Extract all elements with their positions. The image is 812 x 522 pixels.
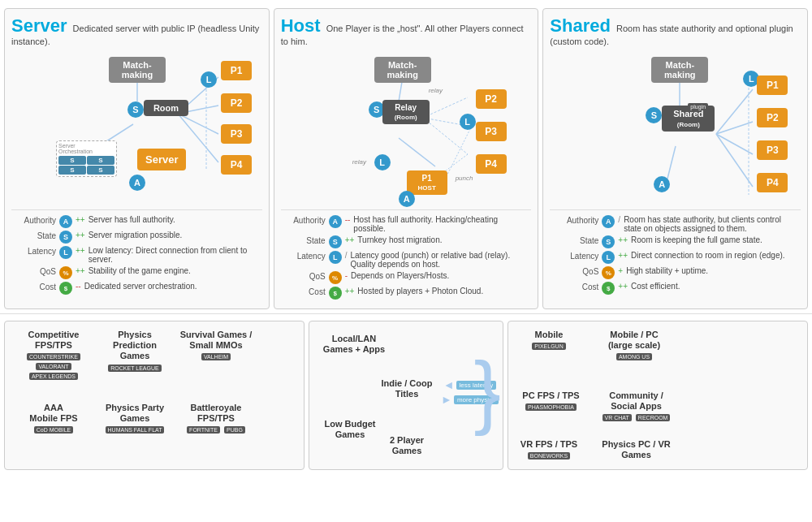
prop-text-qos: Stability of the game engine.	[89, 266, 262, 275]
physics-party-tags: HUMANS FALL FLAT	[98, 424, 171, 434]
shared-prop-latency: Latency L ++ Direct connection to room i…	[550, 251, 801, 264]
shared-label-latency: Latency	[550, 251, 598, 261]
tag-phasmophobia: PHASMOPHOBIA	[525, 403, 577, 411]
tag-counterstrike: COUNTERSTRIKE	[27, 353, 80, 360]
mobile-cat: Mobile PIXELGUN	[516, 330, 581, 350]
shared-matchmaking-node: Match-making	[651, 57, 708, 83]
host-text-state: Turnkey host migration.	[357, 235, 531, 244]
prop-text-authority: Server has full authority.	[89, 215, 262, 224]
relay-label-top: relay	[429, 87, 443, 94]
host-prop-authority: Authority A -- Host has full authority. …	[281, 215, 532, 233]
left-arrow-icon: ◄	[443, 378, 455, 391]
shared-badge-latency: L	[602, 251, 615, 264]
pc-fps-title: PC FPS / TPS	[516, 390, 585, 401]
host-badge-latency: L	[329, 251, 342, 264]
server-prop-cost: Cost $ -- Dedicated server orchestration…	[11, 282, 262, 295]
prop-rating-state: ++	[76, 231, 85, 239]
mobile-pc-large-title: Mobile / PC(large scale)	[598, 330, 671, 351]
server-p4: P4	[221, 155, 252, 175]
server-matchmaking-node: Match-making	[109, 57, 166, 83]
tag-amongus: AMONG US	[616, 353, 652, 360]
tag-humansfall: HUMANS FALL FLAT	[106, 426, 165, 434]
tag-fortnite: FORTNITE	[187, 426, 220, 434]
local-lan-cat: Local/LANGames + Apps	[317, 334, 391, 355]
tag-valorant: VALORANT	[36, 363, 71, 370]
community-social-title: Community /Social Apps	[598, 390, 675, 412]
host-badge-state: S	[329, 235, 342, 248]
host-label-state: State	[281, 235, 326, 245]
server-prop-latency: Latency L ++ Low latency: Direct connect…	[11, 246, 262, 264]
host-rating-state: ++	[345, 235, 355, 244]
punch-label: punch	[456, 175, 473, 182]
host-text-qos: Depends on Players/Hosts.	[351, 271, 531, 280]
low-budget-title: Low BudgetGames	[317, 419, 382, 440]
shared-text-cost: Cost efficient.	[631, 282, 801, 291]
orch-s3: S	[58, 166, 86, 175]
battleroyale-cat: BattleroyaleFPS/TPS FORTNITE PUBG	[179, 403, 253, 434]
prop-text-latency: Low latency: Direct connection from clie…	[89, 246, 262, 264]
bottom-center-col: Local/LANGames + Apps Indie / CoopTitles…	[309, 321, 503, 470]
host-p1-node: P1HOST	[407, 170, 447, 195]
aaa-mobile-cat: AAAMobile FPS CoD MOBILE	[17, 403, 90, 434]
host-l-badge-left: L	[374, 154, 391, 170]
server-p3: P3	[221, 124, 252, 144]
shared-rating-latency: ++	[618, 251, 628, 260]
prop-label-state: State	[11, 231, 56, 240]
tag-vrchat: VR CHAT	[603, 414, 632, 421]
svg-line-11	[399, 138, 435, 166]
competitive-fps-tags: COUNTERSTRIKE VALORANT APEX LEGENDS	[17, 351, 90, 380]
shared-badge-state: S	[602, 235, 615, 248]
shared-title: Shared	[550, 15, 611, 36]
orch-grid: S S S S	[58, 156, 114, 175]
host-rating-latency: /	[345, 251, 348, 260]
server-diagram: Match-making S Room L P1 P2 P3 P4 Server…	[11, 53, 262, 203]
shared-label-authority: Authority	[550, 215, 598, 225]
orch-s1: S	[58, 156, 86, 165]
physics-prediction-cat: Physics PredictionGames ROCKET LEAGUE	[98, 330, 171, 372]
aaa-mobile-tags: CoD MOBILE	[17, 424, 90, 434]
bottom-section: CompetitiveFPS/TPS COUNTERSTRIKE VALORAN…	[0, 314, 812, 477]
physics-party-title: Physics PartyGames	[98, 403, 171, 424]
relay-label-left: relay	[352, 158, 366, 166]
shared-text-authority: Room has state authority, but clients co…	[624, 215, 801, 233]
svg-line-19	[667, 146, 676, 179]
shared-prop-qos: QoS % + High stability + uptime.	[550, 266, 801, 279]
vr-fps-title: VR FPS / TPS	[516, 439, 581, 450]
shared-text-latency: Direct connection to room in region (edg…	[631, 251, 801, 260]
host-rating-authority: --	[345, 215, 351, 224]
competitive-fps-cat: CompetitiveFPS/TPS COUNTERSTRIKE VALORAN…	[17, 330, 90, 380]
host-p2: P2	[476, 89, 507, 109]
server-header: Server Dedicated server with public IP (…	[11, 15, 262, 46]
shared-p1: P1	[757, 75, 788, 95]
prop-badge-qos: %	[59, 266, 72, 279]
bottom-right-col: Mobile PIXELGUN PC FPS / TPS PHASMOPHOBI…	[508, 321, 808, 470]
prop-badge-latency: L	[59, 246, 72, 259]
host-badge-qos: %	[329, 271, 342, 284]
tag-pubg: PUBG	[224, 426, 245, 434]
host-relay-node: Relay(Room)	[382, 100, 430, 124]
prop-text-state: Server migration possible.	[89, 231, 262, 239]
shared-rating-authority: /	[618, 215, 620, 224]
server-server-node: Server	[137, 149, 186, 170]
tag-codmobile: CoD MOBILE	[34, 426, 73, 434]
server-room-node: Room	[144, 100, 188, 116]
shared-column: Shared Room has state authority and opti…	[542, 8, 808, 309]
physics-party-cat: Physics PartyGames HUMANS FALL FLAT	[98, 403, 171, 434]
prop-badge-authority: A	[59, 215, 72, 228]
host-text-authority: Host has full authority. Hacking/cheatin…	[353, 215, 531, 233]
physics-pc-vr-title: Physics PC / VRGames	[598, 439, 675, 460]
mobile-pc-large-cat: Mobile / PC(large scale) AMONG US	[598, 330, 671, 360]
prop-rating-qos: ++	[76, 266, 85, 275]
survival-games-tags: VALHEIM	[179, 351, 253, 360]
aaa-mobile-title: AAAMobile FPS	[17, 403, 90, 424]
host-header: Host One Player is the „host". All other…	[281, 15, 532, 46]
server-title: Server	[11, 15, 67, 36]
prop-label-qos: QoS	[11, 266, 56, 276]
svg-line-8	[423, 97, 468, 118]
tag-rocketleague: ROCKET LEAGUE	[108, 365, 161, 372]
server-s-badge: S	[127, 101, 144, 118]
indie-coop-cat: Indie / CoopTitles	[374, 378, 439, 399]
server-prop-authority: Authority A ++ Server has full authority…	[11, 215, 262, 228]
svg-line-17	[716, 134, 753, 154]
host-p3: P3	[476, 122, 507, 141]
